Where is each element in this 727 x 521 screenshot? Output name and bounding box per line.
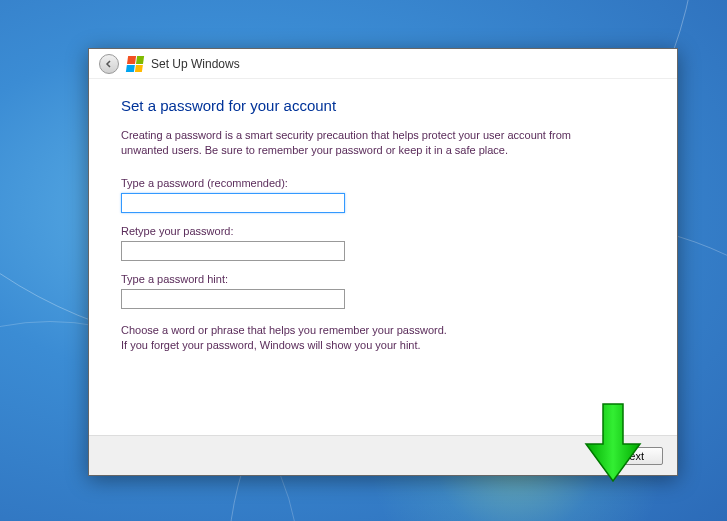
windows-flag-icon [126, 56, 144, 72]
retype-label: Retype your password: [121, 225, 645, 237]
hint-line-2: If you forget your password, Windows wil… [121, 338, 645, 353]
next-button[interactable]: Next [602, 447, 663, 465]
retype-password-input[interactable] [121, 241, 345, 261]
content-area: Set a password for your account Creating… [89, 79, 677, 354]
password-input[interactable] [121, 193, 345, 213]
setup-window: Set Up Windows Set a password for your a… [88, 48, 678, 476]
password-field-group: Type a password (recommended): [121, 177, 645, 213]
password-label: Type a password (recommended): [121, 177, 645, 189]
button-bar: Next [89, 435, 677, 475]
hint-field-group: Type a password hint: [121, 273, 645, 309]
retype-field-group: Retype your password: [121, 225, 645, 261]
hint-line-1: Choose a word or phrase that helps you r… [121, 323, 645, 338]
window-title: Set Up Windows [151, 57, 240, 71]
back-button[interactable] [99, 54, 119, 74]
hint-label: Type a password hint: [121, 273, 645, 285]
page-heading: Set a password for your account [121, 97, 645, 114]
page-description: Creating a password is a smart security … [121, 128, 601, 159]
password-hint-input[interactable] [121, 289, 345, 309]
title-bar: Set Up Windows [89, 49, 677, 79]
hint-explanation: Choose a word or phrase that helps you r… [121, 323, 645, 354]
